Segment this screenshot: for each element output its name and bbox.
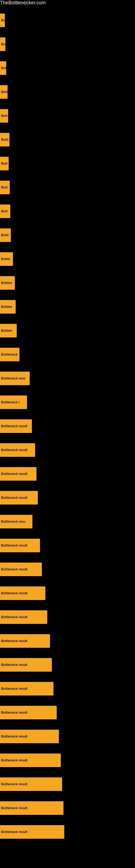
bar-row: Bottleneck result [0,581,135,605]
bar-label: Bott [1,90,8,94]
bar-row: Bottleneck result [0,533,135,557]
bar-label: Bottleneck result [1,472,27,476]
bar-row: Bottleneck result [0,701,135,724]
bar-row: Bottl [0,128,135,152]
bar-label: Bottleneck [1,352,17,356]
bar-row: Bottlen [0,319,135,343]
bar-label: Bott [1,114,8,118]
bar-row: Bottlen [0,271,135,295]
bar-item: Bottleneck result [0,682,53,695]
bar-item: Bott [0,85,8,99]
bar-label: Bottlen [1,305,12,309]
bar-label: Bottleneck result [1,567,27,571]
bar-item: Bottleneck result [0,801,63,815]
bar-label: Bottle [1,257,10,261]
bar-label: Bottleneck result [1,758,27,762]
bar-label: Bottleneck resu [1,376,26,380]
bar-item: Bottleneck result [0,634,50,648]
bar-row: Bottleneck result [0,462,135,486]
bar-label: Bott [1,162,8,165]
bar-item: Bottleneck [0,348,19,361]
bar-label: Bottleneck result [1,830,27,834]
bar-label: Bottleneck result [1,663,27,667]
bar-row: Bott [0,199,135,223]
bar-label: Bottleneck result [1,424,27,428]
bar-item: Bott [0,181,10,194]
bar-row: Bottleneck result [0,820,135,844]
bar-row: Bott [0,80,135,104]
bar-item: Bottleneck result [0,658,52,672]
bar-label: Bottleneck result [1,448,27,452]
bar-label: Bo [1,42,5,46]
bar-item: Bottlen [0,276,15,290]
bar-item: Bottleneck result [0,443,35,457]
bar-item: Bott [0,109,8,123]
bar-item: Bottlen [0,300,16,314]
bar-row: Bo [0,8,135,32]
bar-row: Bot [0,56,135,80]
bar-row: Bottleneck result [0,438,135,462]
bar-row: Bo [0,32,135,56]
bar-label: Bottleneck result [1,639,27,643]
bar-item: Bot [0,61,6,75]
bar-item: Bottleneck result [0,825,64,839]
bar-row: Bottleneck resu [0,367,135,390]
bar-item: Bottle [0,252,13,266]
bar-row: Bottleneck result [0,414,135,438]
bar-row: Bott [0,152,135,176]
bar-item: Bottleneck result [0,563,42,576]
bar-item: Bottleneck resu [0,372,30,385]
bar-row: Bottlen [0,295,135,319]
bar-item: Bottl [0,133,9,147]
bar-item: Bottleneck result [0,586,45,600]
bar-row: Bottleneck result [0,748,135,772]
bar-row: Bottleneck r [0,390,135,414]
bar-row: Bottleneck result [0,677,135,701]
bar-item: Bott [0,205,10,218]
bar-label: Bottleneck result [1,735,27,738]
bar-label: Bottleneck result [1,615,27,619]
bar-row: Bottle [0,247,135,271]
bar-item: Bottleneck result [0,706,57,719]
bar-item: Bottleneck result [0,539,40,552]
bar-label: Bottleneck result [1,544,27,547]
bar-row: Bottleneck result [0,724,135,748]
bar-row: Bott [0,104,135,128]
bar-label: Bottl [1,138,8,142]
bar-item: Bottleneck resu [0,515,32,528]
bars-container: BoBoBotBottBottBottlBottBottBottBottlBot… [0,6,135,846]
bar-item: Bo [0,37,5,51]
bar-label: Bottlen [1,329,12,333]
bar-label: Bottleneck result [1,687,27,691]
bar-item: Bottleneck result [0,420,32,433]
bar-label: Bottlen [1,281,12,285]
bar-item: Bottleneck result [0,610,47,624]
bar-item: Bott [0,157,9,170]
site-title: TheBottlenecker.com [0,0,46,8]
bar-label: Bottleneck r [1,400,20,404]
bar-row: Bottleneck result [0,653,135,677]
bar-row: Bottleneck result [0,557,135,581]
bar-row: Bottleneck result [0,772,135,796]
bar-row: Bottleneck result [0,629,135,653]
bar-label: Bo [1,19,5,22]
bar-row: Bottl [0,223,135,247]
bar-label: Bottleneck result [1,591,27,595]
bar-label: Bottleneck resu [1,520,26,524]
bar-row: Bottleneck result [0,605,135,629]
bar-item: Bottleneck r [0,396,27,409]
bar-row: Bottleneck [0,343,135,367]
bar-label: Bottleneck result [1,806,27,810]
bar-item: Bottleneck result [0,777,62,791]
site-title-bar: TheBottlenecker.com [0,0,135,6]
bar-label: Bott [1,209,8,213]
bar-item: Bottlen [0,324,17,337]
bar-item: Bo [0,13,5,27]
bar-row: Bottleneck result [0,796,135,820]
bar-item: Bottleneck result [0,491,38,504]
bar-item: Bottleneck result [0,467,37,480]
bar-row: Bott [0,176,135,199]
bar-label: Bottleneck result [1,711,27,714]
bar-item: Bottl [0,228,11,242]
bar-label: Bottl [1,233,8,237]
